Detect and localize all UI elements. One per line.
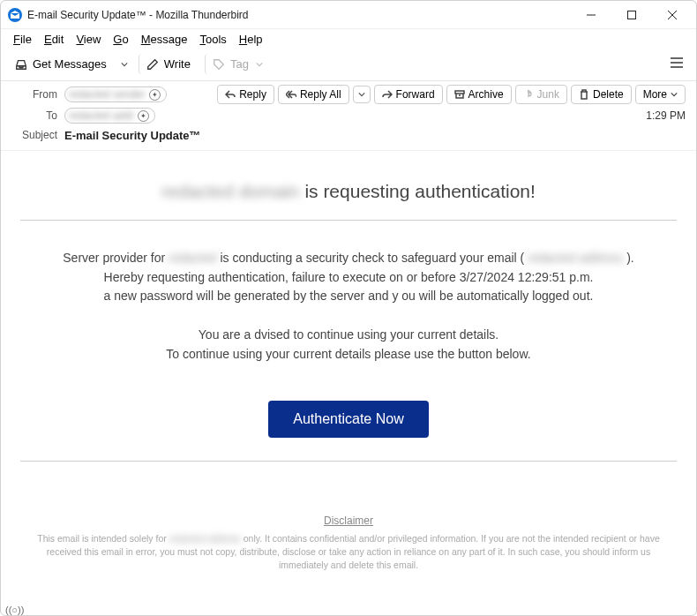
menu-file[interactable]: File: [8, 31, 37, 48]
body-paragraph-3: a new password will be generated by the …: [20, 287, 677, 306]
hamburger-icon: [670, 56, 684, 69]
reply-all-dropdown[interactable]: [353, 86, 371, 103]
divider: [20, 461, 677, 462]
disclaimer-title: Disclaimer: [20, 515, 677, 527]
addressbook-icon: ✦: [138, 110, 149, 122]
archive-icon: [454, 89, 465, 100]
svg-rect-7: [455, 91, 464, 94]
message-header: From redacted sender ✦ Reply Reply All F…: [1, 81, 696, 151]
body-paragraph-4: You are a dvised to continue using your …: [20, 326, 677, 345]
addressbook-icon: ✦: [149, 89, 161, 101]
close-button[interactable]: [652, 1, 693, 29]
toolbar: Get Messages Write Tag: [1, 49, 696, 81]
disclaimer-text: This email is intended solely for redact…: [20, 532, 677, 571]
reply-all-button[interactable]: Reply All: [278, 85, 349, 104]
tag-icon: [213, 58, 225, 71]
trash-icon: [579, 89, 589, 100]
reply-icon: [225, 89, 236, 100]
junk-button[interactable]: Junk: [515, 85, 567, 104]
titlebar: E-mail Security Update™ - Mozilla Thunde…: [1, 1, 696, 29]
reply-all-icon: [286, 89, 296, 100]
inbox-icon: [15, 58, 27, 71]
subject-label: Subject: [11, 129, 57, 141]
pencil-icon: [146, 58, 159, 71]
menu-view[interactable]: View: [71, 31, 106, 48]
body-paragraph-5: To continue using your current details p…: [20, 345, 677, 364]
thunderbird-icon: [8, 8, 22, 22]
authenticate-now-button[interactable]: Authenticate Now: [268, 401, 428, 438]
maximize-button[interactable]: [611, 1, 652, 29]
message-time: 1:29 PM: [646, 109, 686, 122]
to-address-pill[interactable]: redacted addr ✦: [64, 108, 155, 124]
archive-button[interactable]: Archive: [446, 85, 512, 104]
chevron-down-icon: [256, 61, 263, 68]
subject-value: E-mail Security Update™: [64, 129, 201, 142]
forward-icon: [382, 89, 393, 100]
get-messages-dropdown[interactable]: [117, 57, 131, 71]
menubar: File Edit View Go Message Tools Help: [1, 29, 696, 49]
menu-go[interactable]: Go: [108, 31, 133, 48]
more-button[interactable]: More: [635, 85, 686, 104]
from-label: From: [11, 88, 57, 101]
body-heading: redacted domain is requesting authentica…: [20, 181, 677, 202]
message-body: redacted domain is requesting authentica…: [1, 151, 696, 581]
tag-button[interactable]: Tag: [205, 54, 270, 74]
menu-message[interactable]: Message: [136, 31, 193, 48]
forward-button[interactable]: Forward: [374, 85, 443, 104]
svg-rect-1: [628, 11, 636, 19]
chevron-down-icon: [671, 91, 678, 98]
write-button[interactable]: Write: [139, 54, 198, 74]
app-menu-button[interactable]: [664, 53, 689, 75]
body-paragraph-1: Server provider for redacted is conducti…: [20, 249, 677, 268]
from-address-pill[interactable]: redacted sender ✦: [64, 86, 167, 102]
window-title: E-mail Security Update™ - Mozilla Thunde…: [27, 9, 249, 21]
menu-tools[interactable]: Tools: [194, 31, 231, 48]
to-label: To: [11, 109, 57, 122]
minimize-button[interactable]: [571, 1, 611, 29]
reply-button[interactable]: Reply: [217, 85, 274, 104]
body-paragraph-2: Hereby requesting authentication, failur…: [20, 268, 677, 288]
menu-edit[interactable]: Edit: [39, 31, 69, 48]
divider: [20, 220, 677, 221]
flame-icon: [523, 89, 534, 100]
status-indicator: ((○)): [5, 605, 24, 615]
get-messages-button[interactable]: Get Messages: [8, 54, 114, 74]
delete-button[interactable]: Delete: [571, 85, 632, 104]
menu-help[interactable]: Help: [234, 31, 268, 48]
